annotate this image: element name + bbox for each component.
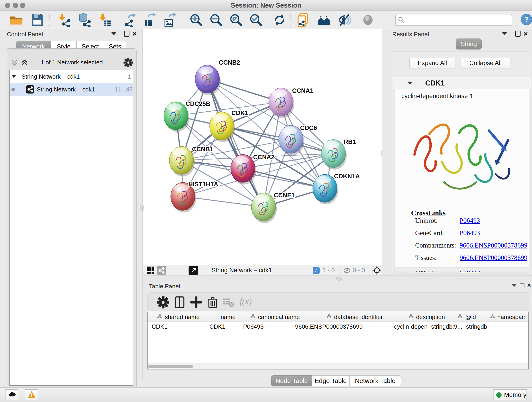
network-options-gear-icon[interactable] (123, 57, 133, 68)
node-CCNB1[interactable]: CCNB1 (169, 146, 213, 177)
save-session-button[interactable] (31, 13, 44, 26)
zoom-fit-button[interactable] (229, 13, 243, 26)
node-CCNB2[interactable]: CCNB2 (195, 59, 240, 95)
protein-section-header[interactable]: CDK1 (393, 77, 531, 89)
table-cell[interactable]: stringdb (462, 322, 500, 332)
column-type-icon (326, 314, 332, 320)
network-collection-row[interactable]: String Network – cdk1 1 (10, 70, 133, 83)
results-scroll-strip[interactable] (395, 267, 530, 271)
show-all-levels-button[interactable] (317, 13, 331, 26)
table-panel-collapse-icon[interactable] (512, 284, 516, 287)
network-row-selected[interactable]: String Network – cdk1 11 48 (10, 83, 133, 96)
help-button[interactable]: ? (520, 13, 532, 26)
table-hscrollbar-thumb[interactable] (148, 365, 193, 368)
table-hscrollbar[interactable] (147, 364, 528, 369)
table-panel-float-icon[interactable] (520, 283, 525, 288)
zoom-in-button[interactable] (189, 13, 203, 26)
crosslink-value-link[interactable]: 9606.ENSP00000378699 (460, 254, 527, 262)
delete-column-trash-icon[interactable] (206, 296, 219, 308)
results-panel-collapse-icon[interactable] (502, 32, 507, 35)
crosslink-value-link[interactable]: P06493 (460, 229, 480, 237)
zoom-selected-button[interactable] (249, 13, 263, 26)
results-panel-float-icon[interactable] (515, 31, 520, 37)
hidden-eye-icon[interactable] (343, 267, 351, 274)
control-panel-collapse-icon[interactable] (111, 32, 116, 35)
node-CDKN1A[interactable]: CDKN1A (313, 173, 360, 204)
tree-expander-icon[interactable] (12, 75, 16, 78)
memory-label: Memory (504, 391, 526, 399)
node-label-CCNE1: CCNE1 (274, 192, 295, 199)
select-columns-icon[interactable] (173, 296, 186, 308)
node-HIST1H1A[interactable]: HIST1H1A (171, 181, 218, 212)
expand-all-button[interactable]: Expand All (409, 58, 455, 69)
import-network-database-button[interactable] (77, 13, 91, 26)
tab-string[interactable]: String (456, 38, 481, 50)
control-panel-float-icon[interactable] (124, 31, 129, 37)
export-image-button[interactable] (163, 13, 177, 26)
column-header-1[interactable]: shared name (147, 313, 209, 322)
zoom-out-button[interactable] (209, 13, 223, 26)
horizontal-splitter[interactable] (143, 275, 532, 282)
search-input[interactable] (406, 15, 508, 24)
node-label-CCNB2: CCNB2 (219, 59, 240, 66)
node-CCNE1[interactable]: CCNE1 (251, 192, 295, 223)
column-header-3[interactable]: canonical name (247, 313, 303, 322)
export-network-button[interactable] (123, 13, 137, 26)
results-panel-close-icon[interactable]: × (524, 31, 528, 36)
function-builder-fx[interactable]: f(x) (240, 296, 252, 306)
column-header-7[interactable]: namespac (486, 313, 528, 322)
crosslink-row: GeneCard:P06493 (395, 229, 529, 241)
table-cell[interactable]: CDK1 (147, 322, 205, 332)
column-header-5[interactable]: description (406, 313, 447, 322)
edge-CCNB2-CCNE1[interactable] (207, 79, 264, 207)
export-table-button[interactable] (143, 13, 156, 26)
table-cell[interactable]: cyclin-dependent ... (390, 322, 427, 332)
warning-status-button[interactable] (25, 389, 38, 400)
table-cell[interactable]: stringdb:9... (427, 322, 462, 332)
open-session-button[interactable] (9, 13, 23, 26)
crosslink-value-link[interactable]: 9606.ENSP00000378699 (460, 242, 527, 249)
table-settings-gear-icon[interactable] (157, 296, 170, 308)
cloud-status-button[interactable] (5, 389, 18, 400)
table-cell[interactable]: P06493 (239, 322, 291, 332)
clone-network-button[interactable] (297, 13, 311, 26)
string-view-icon[interactable] (157, 266, 166, 275)
tab-edge-table[interactable]: Edge Table (312, 375, 349, 386)
tab-node-table[interactable]: Node Table (271, 375, 312, 386)
left-splitter-handle[interactable] (140, 205, 144, 211)
network-canvas[interactable]: CCNB2CCNA1CDC25BCDK1CDC6RB1CCNB1CCNA2CDK… (143, 29, 382, 265)
protein-section-expander-icon[interactable] (407, 82, 412, 85)
collapse-all-button[interactable]: Collapse All (461, 58, 510, 69)
crosslink-row: Tissues:9606.ENSP00000378699 (395, 254, 529, 265)
column-header-2[interactable]: name (209, 313, 247, 322)
node-CDC6[interactable]: CDC6 (279, 124, 317, 155)
import-table-file-button[interactable] (98, 13, 112, 26)
node-CDK1[interactable]: CDK1 (210, 109, 248, 142)
import-network-file-button[interactable] (57, 13, 71, 26)
memory-button[interactable]: Memory (493, 389, 527, 400)
node-CCNA1[interactable]: CCNA1 (269, 87, 313, 118)
hide-graphics-details-button[interactable] (338, 13, 351, 26)
detach-view-icon[interactable] (189, 266, 198, 275)
add-column-plus-icon[interactable] (190, 296, 203, 308)
table-cell[interactable]: 9606.ENSP00000378699 (291, 322, 390, 332)
node-RB1[interactable]: RB1 (321, 138, 356, 170)
network-row-label: String Network – cdk1 (37, 83, 95, 96)
clear-table-icon[interactable] (222, 296, 235, 308)
show-graphics-details-button[interactable] (361, 13, 375, 26)
birdseye-crosshair-icon[interactable] (372, 266, 381, 275)
table-row[interactable]: CDK1CDK1P064939606.ENSP00000378699cyclin… (147, 322, 528, 332)
crosslink-value-link[interactable]: P06493 (460, 217, 480, 224)
refresh-view-button[interactable] (273, 13, 286, 26)
table-toolbar: f(x) (147, 293, 529, 311)
table-cell[interactable]: CDK1 (205, 322, 239, 332)
tab-network-table[interactable]: Network Table (349, 375, 401, 386)
toolbar-separator (116, 13, 116, 27)
control-panel-close-icon[interactable]: × (133, 31, 137, 36)
grid-view-icon[interactable] (146, 266, 155, 274)
column-header-6[interactable]: @id (447, 313, 486, 322)
column-header-4[interactable]: database identifier (303, 313, 406, 322)
splitter-handle[interactable] (336, 277, 342, 281)
table-panel-close-icon[interactable]: × (527, 283, 531, 288)
selected-checkbox-icon[interactable]: ✓ (313, 267, 320, 274)
